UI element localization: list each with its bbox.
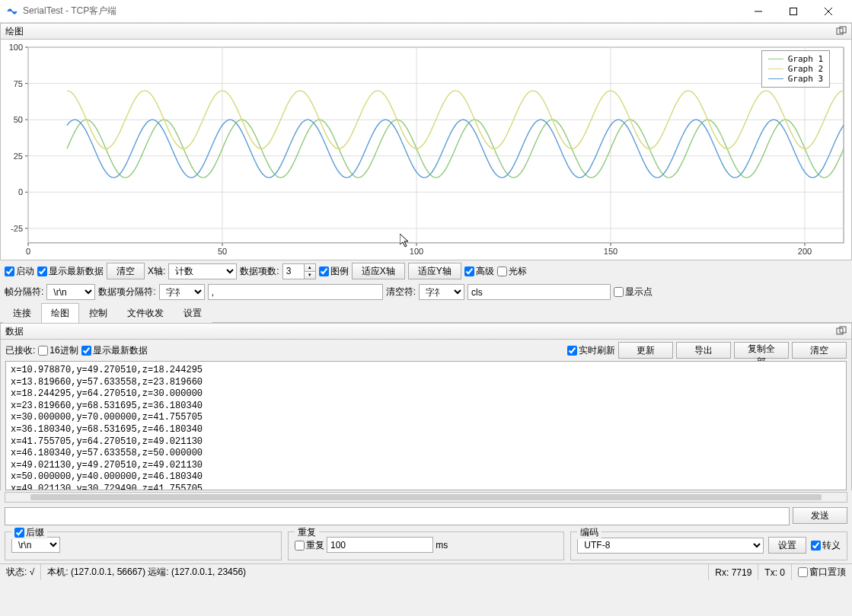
clear-data-button[interactable]: 清空 bbox=[792, 342, 847, 359]
close-button[interactable] bbox=[811, 0, 846, 23]
data-items-spinner[interactable]: ▲▼ bbox=[282, 263, 316, 279]
app-icon bbox=[6, 5, 18, 18]
plot-panel-header: 绘图 bbox=[0, 23, 852, 40]
spinner-up[interactable]: ▲ bbox=[304, 263, 316, 272]
encoding-settings-button[interactable]: 设置 bbox=[768, 537, 806, 554]
maximize-button[interactable] bbox=[776, 0, 811, 23]
data-sep-type-select[interactable]: 字符串 bbox=[159, 284, 205, 300]
svg-rect-1 bbox=[790, 8, 797, 14]
svg-text:0: 0 bbox=[18, 187, 23, 196]
minimize-button[interactable] bbox=[741, 0, 776, 23]
realtime-checkbox[interactable] bbox=[567, 346, 577, 356]
plot-controls-row-2: 帧分隔符: \r\n 数据项分隔符: 字符串 清空符: 字符串 显示点 bbox=[0, 282, 852, 302]
topmost-checkbox[interactable] bbox=[798, 567, 808, 577]
xaxis-label: X轴: bbox=[148, 265, 165, 278]
xaxis-mode-select[interactable]: 计数 bbox=[168, 263, 237, 279]
data-controls-row: 已接收: 16进制 显示最新数据 实时刷新 更新 导出 复制全部 清空 bbox=[0, 340, 852, 361]
horizontal-scrollbar[interactable] bbox=[5, 492, 847, 503]
encoding-group: 编码 UTF-8 设置 转义 bbox=[570, 531, 847, 560]
copy-all-button[interactable]: 复制全部 bbox=[734, 342, 789, 359]
main-tabs: 连接绘图控制文件收发设置 bbox=[0, 302, 852, 323]
send-row: 发送 bbox=[0, 504, 852, 528]
spinner-down[interactable]: ▼ bbox=[304, 271, 316, 279]
tab-4[interactable]: 设置 bbox=[174, 303, 212, 323]
tab-3[interactable]: 文件收发 bbox=[117, 303, 174, 323]
titlebar: SerialTest - TCP客户端 bbox=[0, 0, 852, 23]
svg-text:100: 100 bbox=[410, 247, 423, 256]
data-items-label: 数据项数: bbox=[240, 265, 279, 278]
fit-x-button[interactable]: 适应X轴 bbox=[352, 263, 405, 279]
status-tx: Tx: 0 bbox=[758, 564, 792, 580]
data-textarea[interactable]: x=10.978870,y=49.270510,z=18.244295 x=13… bbox=[5, 361, 847, 490]
suffix-select[interactable]: \r\n bbox=[11, 537, 60, 553]
svg-text:75: 75 bbox=[14, 79, 23, 88]
svg-text:0: 0 bbox=[26, 247, 30, 256]
repeat-interval-input[interactable] bbox=[327, 537, 433, 553]
svg-text:100: 100 bbox=[9, 43, 23, 52]
frame-sep-select[interactable]: \r\n bbox=[46, 284, 95, 300]
legend-checkbox[interactable] bbox=[319, 267, 329, 276]
frame-sep-label: 帧分隔符: bbox=[5, 286, 43, 298]
send-button[interactable]: 发送 bbox=[793, 507, 847, 524]
repeat-group: 重复 重复 ms bbox=[288, 531, 565, 560]
window-title: SerialTest - TCP客户端 bbox=[23, 5, 741, 18]
plot-legend: Graph 1Graph 2Graph 3 bbox=[761, 50, 830, 88]
status-topmost[interactable]: 窗口置顶 bbox=[792, 564, 852, 580]
data-sep-label: 数据项分隔符: bbox=[98, 286, 155, 298]
suffix-enable-checkbox[interactable] bbox=[14, 528, 24, 538]
legend-checkbox-label[interactable]: 图例 bbox=[319, 265, 349, 278]
data-show-latest-checkbox[interactable] bbox=[81, 346, 91, 356]
undock-icon[interactable] bbox=[836, 326, 847, 337]
clear-sym-type-select[interactable]: 字符串 bbox=[419, 284, 464, 300]
data-items-input[interactable] bbox=[282, 263, 304, 279]
suffix-group: 后缀 \r\n bbox=[5, 531, 282, 560]
enable-checkbox-label[interactable]: 启动 bbox=[5, 265, 34, 278]
fit-y-button[interactable]: 适应Y轴 bbox=[408, 263, 461, 279]
show-latest-checkbox[interactable] bbox=[37, 267, 47, 276]
data-panel-header: 数据 bbox=[0, 323, 852, 340]
plot-area[interactable]: -250255075100050100150200 Graph 1Graph 2… bbox=[0, 40, 852, 260]
show-points-checkbox[interactable] bbox=[614, 287, 624, 297]
clear-plot-button[interactable]: 清空 bbox=[107, 263, 145, 279]
tab-2[interactable]: 控制 bbox=[79, 303, 117, 323]
svg-text:50: 50 bbox=[218, 247, 227, 256]
hex-checkbox-label[interactable]: 16进制 bbox=[38, 344, 78, 357]
svg-text:50: 50 bbox=[14, 115, 23, 124]
escape-checkbox[interactable] bbox=[811, 541, 821, 551]
export-button[interactable]: 导出 bbox=[676, 342, 731, 359]
option-groups: 后缀 \r\n 重复 重复 ms 编码 UTF-8 设置 转义 bbox=[0, 528, 852, 563]
plot-panel-title: 绘图 bbox=[5, 25, 24, 38]
enable-checkbox[interactable] bbox=[5, 267, 14, 276]
clear-sym-label: 清空符: bbox=[386, 286, 416, 298]
realtime-checkbox-label[interactable]: 实时刷新 bbox=[567, 344, 615, 357]
encoding-select[interactable]: UTF-8 bbox=[577, 538, 764, 554]
repeat-checkbox[interactable] bbox=[295, 541, 305, 551]
advanced-checkbox[interactable] bbox=[464, 267, 474, 276]
received-label: 已接收: bbox=[5, 344, 35, 357]
svg-text:25: 25 bbox=[14, 152, 23, 161]
plot-controls-row-1: 启动 显示最新数据 清空 X轴: 计数 数据项数: ▲▼ 图例 适应X轴 适应Y… bbox=[0, 260, 852, 282]
send-input[interactable] bbox=[5, 507, 790, 525]
statusbar: 状态: √ 本机: (127.0.0.1, 56667) 远端: (127.0.… bbox=[0, 563, 852, 580]
tab-1[interactable]: 绘图 bbox=[41, 303, 79, 323]
data-sep-input[interactable] bbox=[208, 284, 383, 300]
advanced-checkbox-label[interactable]: 高级 bbox=[464, 265, 494, 278]
show-latest-checkbox-label[interactable]: 显示最新数据 bbox=[37, 265, 104, 278]
cursor-checkbox[interactable] bbox=[497, 267, 507, 276]
svg-text:200: 200 bbox=[798, 247, 812, 256]
status-address: 本机: (127.0.0.1, 56667) 远端: (127.0.0.1, 2… bbox=[41, 564, 709, 580]
data-panel-title: 数据 bbox=[5, 325, 24, 338]
clear-sym-input[interactable] bbox=[467, 284, 611, 300]
status-rx: Rx: 7719 bbox=[709, 564, 758, 580]
status-state: 状态: √ bbox=[0, 564, 41, 580]
show-points-checkbox-label[interactable]: 显示点 bbox=[614, 286, 653, 298]
tab-0[interactable]: 连接 bbox=[3, 303, 41, 323]
undock-icon[interactable] bbox=[836, 26, 847, 37]
data-show-latest-checkbox-label[interactable]: 显示最新数据 bbox=[81, 344, 148, 357]
cursor-checkbox-label[interactable]: 光标 bbox=[497, 265, 527, 278]
hex-checkbox[interactable] bbox=[38, 346, 48, 356]
svg-text:150: 150 bbox=[604, 247, 617, 256]
svg-text:-25: -25 bbox=[11, 224, 23, 233]
refresh-button[interactable]: 更新 bbox=[618, 342, 673, 359]
